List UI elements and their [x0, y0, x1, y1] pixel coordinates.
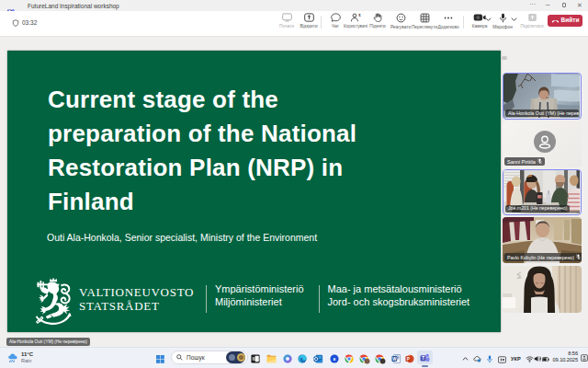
svg-text:$: $ — [358, 13, 361, 17]
svg-text:T: T — [422, 355, 424, 360]
svg-text:W: W — [392, 357, 397, 362]
svg-text:P: P — [407, 357, 410, 362]
